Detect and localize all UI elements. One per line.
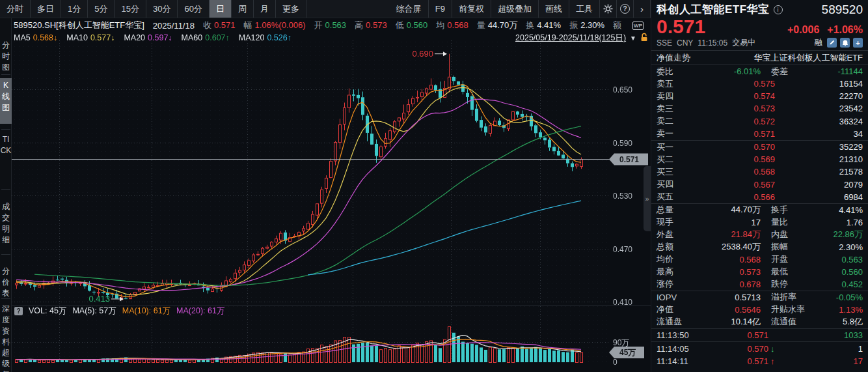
ask-row-4[interactable]: 卖四0.57422270: [651, 90, 868, 102]
help-icon[interactable]: ?: [14, 307, 23, 315]
ma-value: 0.577↓: [90, 33, 115, 42]
trade-tick-row-2[interactable]: 11:14:050.570↓1: [651, 342, 868, 355]
bid-row-2[interactable]: 买二0.56921310: [651, 153, 868, 165]
bid-row-4[interactable]: 买四0.5672079: [651, 179, 868, 191]
tab-period-1[interactable]: 分时: [0, 0, 31, 18]
chevron-right-icon[interactable]: ›: [634, 0, 651, 18]
tab-tool-5[interactable]: 画线: [539, 0, 569, 18]
info-field-value: 4.41%: [537, 20, 561, 30]
info-field-label: 开: [314, 20, 323, 30]
info-field-label: 量: [477, 20, 485, 30]
stat-value: 1.76: [806, 218, 863, 227]
info-field-开: 开0.563: [314, 20, 347, 31]
tick-qty: 17: [779, 356, 863, 366]
bell-icon[interactable]: [840, 38, 850, 48]
sidebar-item-4[interactable]: 成交明细: [0, 201, 12, 247]
stat-label: 溢折率: [761, 291, 806, 303]
tab-period-9[interactable]: 周: [232, 0, 254, 18]
tab-period-3[interactable]: 1分: [61, 0, 88, 18]
trade-tick-row-3[interactable]: 11:14:110.571↑17: [651, 355, 868, 368]
ask-qty: 34: [775, 129, 863, 139]
help-icon[interactable]: ?: [617, 0, 634, 18]
date-range-selector[interactable]: 2025/05/19-2025/11/18(125日): [515, 33, 626, 44]
stat-value: 0.5646: [690, 305, 761, 315]
bid-row-5[interactable]: 买五0.5666984: [651, 191, 868, 203]
tab-period-4[interactable]: 5分: [88, 0, 115, 18]
sidebar-separator: [1, 74, 10, 75]
ask-price: 0.574: [690, 91, 775, 101]
tab-period-10[interactable]: 月: [254, 0, 276, 18]
kline-chart-area: MA50.568↓MA100.577↓MA200.597↓MA600.607↑M…: [12, 33, 651, 372]
sidebar-separator: [1, 129, 10, 130]
stat-value: 17: [690, 218, 761, 227]
bid-row-1[interactable]: 买一0.57035229: [651, 141, 868, 153]
fund-full-name: 华宝上证科创板人工智能ETF: [753, 52, 863, 64]
stat-label: 最高: [657, 266, 690, 278]
nav-trend-row[interactable]: 净值走势 华宝上证科创板人工智能ETF: [651, 51, 868, 64]
gear-icon[interactable]: [600, 0, 617, 18]
ask-label: 卖二: [657, 115, 690, 127]
info-field-label: 换: [526, 20, 534, 30]
tab-period-5[interactable]: 15分: [115, 0, 146, 18]
tab-period-2[interactable]: 多日: [31, 0, 61, 18]
ma-item-ma10: MA100.577↓: [66, 33, 115, 42]
vol-ma-item-0: VOL: 45万: [29, 306, 66, 317]
ask-price: 0.573: [690, 104, 775, 113]
kline-canvas[interactable]: [12, 33, 651, 372]
trading-status: 交易中: [732, 37, 755, 48]
edit-icon[interactable]: [827, 38, 837, 48]
tab-period-6[interactable]: 30分: [146, 0, 178, 18]
ask-row-3[interactable]: 卖三0.57323542: [651, 102, 868, 115]
add-icon[interactable]: +: [853, 38, 863, 48]
sidebar-item-5[interactable]: 分价表: [0, 266, 12, 300]
ask-row-2[interactable]: 卖二0.57236324: [651, 115, 868, 128]
info-field-label: 收: [203, 20, 211, 30]
sidebar-item-7[interactable]: 超级复盘: [0, 347, 12, 372]
ask-row-1[interactable]: 卖一0.57134: [651, 128, 868, 140]
help-glyph: ?: [620, 4, 630, 14]
tab-tool-2[interactable]: F9: [429, 0, 452, 18]
stock-name: 科创人工智能ETF华宝: [657, 2, 770, 17]
wp-icon[interactable]: WP: [632, 21, 644, 30]
ask-qty: 22270: [775, 91, 863, 101]
extra-row-1: 净值0.5646升贴水率1.13%: [651, 304, 868, 316]
ask-row-5[interactable]: 卖五0.57516154: [651, 78, 868, 90]
ask-price: 0.571: [690, 129, 775, 139]
tab-tool-1[interactable]: 综合屏: [390, 0, 429, 18]
stat-label: 总额: [657, 241, 690, 253]
sidebar-item-2[interactable]: K线图: [0, 78, 12, 124]
tab-tool-3[interactable]: 前复权: [452, 0, 491, 18]
stat-label: 涨停: [657, 278, 690, 290]
sidebar-item-3[interactable]: TICK: [0, 134, 12, 181]
info-field-均: 均0.568: [436, 20, 468, 31]
sidebar-item-1[interactable]: 分时图: [0, 40, 12, 74]
stat-label: 量比: [761, 216, 806, 228]
stat-value: 44.70万: [690, 204, 761, 216]
bid-row-3[interactable]: 买三0.56821578: [651, 165, 868, 178]
ma-label: MA10: [66, 33, 88, 42]
tab-period-8[interactable]: 日: [210, 0, 232, 18]
chevron-down-icon[interactable]: ▼: [630, 35, 636, 42]
tick-time: 11:14:11: [657, 356, 707, 366]
ask-label: 卖四: [657, 91, 690, 102]
sidebar-separator: [1, 189, 10, 190]
stat-row-3: 总额2538.40万振幅2.30%: [651, 241, 868, 253]
info-field-振: 振2.30%: [569, 20, 604, 31]
info-field-低: 低0.560: [396, 20, 428, 31]
ask-qty: 36324: [775, 117, 863, 126]
margin-badge: 融: [815, 37, 822, 48]
trade-tick-row-1[interactable]: 11:13:500.5711033: [651, 329, 868, 342]
tab-tool-6[interactable]: 工具: [569, 0, 600, 18]
stat-label: 最低: [761, 266, 806, 278]
collapse-panel-handle[interactable]: »: [644, 166, 651, 231]
info-field-量: 量44.70万: [477, 20, 518, 31]
quote-panel: 科创人工智能ETF华宝 i 589520 0.571 +0.006 +1.06%…: [651, 0, 868, 372]
tab-period-11[interactable]: 更多: [276, 0, 306, 18]
tab-period-7[interactable]: 60分: [178, 0, 209, 18]
stat-label: 跌停: [761, 278, 806, 290]
lock-icon[interactable]: [640, 33, 648, 44]
info-icon[interactable]: i: [774, 5, 783, 14]
stock-code-name[interactable]: 589520.SH[科创人工智能ETF华宝]: [14, 20, 144, 31]
tab-tool-4[interactable]: 超级叠加: [491, 0, 539, 18]
bid-label: 买三: [657, 166, 690, 178]
